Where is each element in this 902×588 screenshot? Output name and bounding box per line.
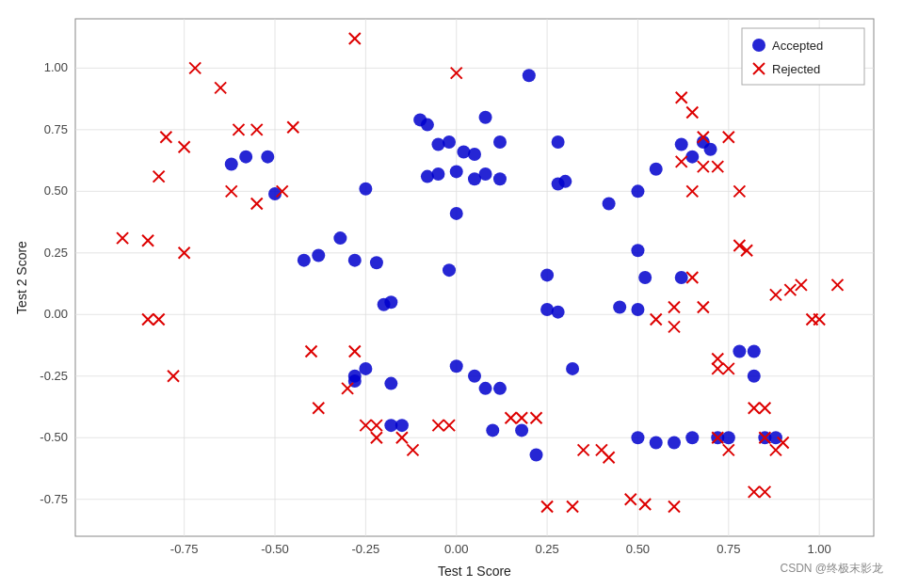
svg-text:-0.50: -0.50 (261, 542, 289, 556)
scatter-plot: -0.75-0.50-0.250.000.250.500.751.00-0.75… (0, 0, 902, 588)
svg-text:-0.50: -0.50 (40, 430, 68, 444)
svg-point-41 (312, 248, 325, 262)
svg-point-83 (631, 184, 644, 198)
svg-text:Test 2 Score: Test 2 Score (14, 241, 29, 314)
svg-text:Accepted: Accepted (772, 39, 823, 53)
svg-point-63 (421, 170, 434, 183)
svg-text:0.75: 0.75 (717, 542, 740, 556)
svg-text:0.50: 0.50 (44, 183, 68, 198)
svg-point-94 (722, 431, 735, 444)
svg-point-67 (479, 167, 492, 181)
svg-text:-0.75: -0.75 (170, 542, 199, 556)
svg-text:0.50: 0.50 (626, 542, 650, 556)
svg-text:-0.25: -0.25 (40, 369, 68, 383)
svg-text:1.00: 1.00 (44, 60, 68, 74)
svg-point-95 (631, 303, 644, 316)
watermark: CSDN @终极末影龙 (780, 561, 883, 577)
svg-point-80 (552, 135, 565, 149)
svg-point-47 (384, 295, 397, 309)
svg-point-44 (359, 183, 372, 196)
svg-point-51 (359, 362, 372, 375)
svg-point-50 (384, 377, 397, 390)
svg-point-73 (493, 382, 507, 395)
svg-rect-258 (742, 28, 864, 85)
svg-point-89 (631, 431, 644, 444)
svg-point-103 (552, 306, 565, 319)
svg-point-75 (515, 423, 528, 437)
chart-container: -0.75-0.50-0.250.000.250.500.751.00-0.75… (0, 0, 902, 588)
svg-point-38 (261, 151, 274, 164)
svg-point-40 (298, 254, 311, 267)
svg-point-91 (668, 436, 681, 449)
svg-text:0.75: 0.75 (44, 122, 68, 136)
svg-text:Test 1 Score: Test 1 Score (438, 564, 511, 579)
svg-text:0.00: 0.00 (444, 542, 468, 556)
svg-text:0.25: 0.25 (535, 542, 558, 556)
svg-point-45 (370, 256, 383, 269)
svg-point-81 (566, 362, 579, 375)
svg-point-88 (704, 143, 717, 156)
svg-text:1.00: 1.00 (808, 542, 831, 556)
svg-point-59 (457, 145, 470, 158)
svg-point-71 (468, 370, 481, 383)
svg-point-61 (479, 111, 492, 124)
svg-text:0.25: 0.25 (44, 246, 68, 260)
svg-point-101 (603, 197, 616, 210)
svg-point-36 (225, 158, 238, 171)
svg-point-60 (468, 148, 481, 161)
svg-point-98 (748, 370, 761, 383)
svg-point-100 (769, 431, 782, 444)
svg-point-57 (443, 135, 456, 149)
svg-point-107 (675, 271, 688, 284)
svg-point-58 (450, 165, 463, 178)
svg-point-53 (395, 419, 409, 432)
svg-point-74 (486, 423, 499, 437)
svg-text:-0.25: -0.25 (352, 542, 380, 556)
svg-point-37 (239, 151, 252, 164)
svg-point-106 (638, 271, 652, 284)
svg-point-85 (675, 138, 688, 151)
svg-text:-0.75: -0.75 (40, 492, 68, 506)
svg-point-56 (431, 138, 444, 151)
svg-point-104 (540, 268, 554, 281)
svg-point-82 (613, 300, 626, 313)
svg-point-42 (333, 231, 346, 245)
svg-point-105 (631, 244, 644, 257)
svg-point-96 (733, 345, 746, 358)
svg-point-55 (421, 119, 434, 132)
svg-point-84 (650, 163, 663, 176)
svg-point-102 (540, 303, 554, 316)
svg-point-64 (431, 167, 444, 181)
svg-point-68 (493, 172, 507, 185)
svg-point-92 (685, 431, 699, 444)
svg-point-259 (752, 39, 765, 52)
svg-point-97 (748, 345, 761, 358)
svg-point-65 (450, 207, 463, 220)
svg-text:Rejected: Rejected (772, 62, 820, 76)
svg-point-79 (558, 175, 572, 188)
svg-point-90 (650, 436, 663, 449)
svg-point-86 (685, 151, 699, 164)
svg-text:0.00: 0.00 (44, 307, 68, 321)
svg-point-76 (523, 69, 536, 82)
svg-point-72 (479, 382, 492, 395)
svg-point-77 (530, 449, 543, 462)
svg-point-62 (493, 135, 507, 149)
svg-point-43 (348, 254, 362, 267)
svg-point-70 (450, 359, 463, 373)
svg-rect-1 (75, 19, 874, 536)
svg-point-69 (443, 263, 456, 277)
